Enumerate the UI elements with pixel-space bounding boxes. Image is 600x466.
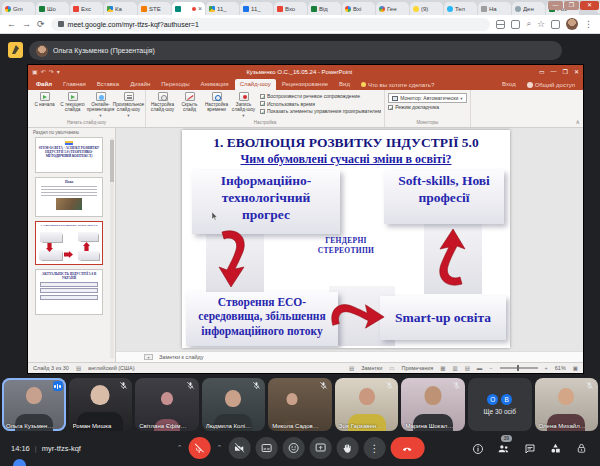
browser-tab[interactable]: Тел bbox=[444, 2, 477, 15]
browser-tab[interactable]: 11_ bbox=[240, 2, 273, 15]
participant-tile[interactable]: Роман Мишка bbox=[69, 378, 133, 431]
participant-tile[interactable]: Людмила Колі… bbox=[202, 378, 266, 431]
side-panel-icon[interactable] bbox=[551, 20, 560, 29]
ribbon-tab-insert[interactable]: Вставка bbox=[92, 79, 124, 90]
mic-mute-button[interactable] bbox=[189, 437, 211, 459]
share-button[interactable]: Общий доступ bbox=[522, 79, 580, 90]
participant-tile[interactable]: Ольга Кузьмен… bbox=[2, 378, 66, 431]
browser-tab[interactable]: Шо bbox=[36, 2, 69, 15]
camera-options-chevron-icon[interactable]: ⌃ bbox=[216, 444, 224, 452]
site-info-icon[interactable] bbox=[58, 21, 64, 27]
browser-tab[interactable]: Ден bbox=[512, 2, 545, 15]
ribbon-button[interactable]: Запись слайд-шоу▾ bbox=[230, 91, 257, 118]
tell-me-box[interactable]: Что вы хотите сделать? bbox=[356, 79, 439, 90]
slide-thumbnail-4[interactable]: АКТУАЛЬНІСТЬ ІНДУСТРІЇ 5.0 В УКРАЇНІ bbox=[35, 269, 103, 315]
slide-thumbnail-1[interactable]: STEM-ОСВІТА - АСПЕКТ РОЗВИТКУ ІНДУСТРІЇ … bbox=[35, 137, 103, 173]
raise-hand-button[interactable] bbox=[336, 437, 358, 459]
activities-button[interactable] bbox=[549, 442, 562, 455]
view-slideshow-icon[interactable]: ▬ bbox=[477, 365, 483, 371]
fit-slide-icon[interactable]: ▣ bbox=[573, 365, 578, 371]
yellow-note-icon[interactable] bbox=[8, 42, 23, 58]
participant-tile[interactable]: Олена Михайл… bbox=[535, 378, 599, 431]
status-language[interactable]: английский (США) bbox=[88, 365, 135, 371]
ribbon-tab-slideshow[interactable]: Слайд-шоу bbox=[235, 79, 276, 90]
browser-tab[interactable]: × bbox=[172, 2, 205, 15]
ribbon-tab-animations[interactable]: Анимация bbox=[195, 79, 233, 90]
ribbon-button[interactable]: Скрыть слайд bbox=[176, 91, 203, 118]
present-screen-button[interactable] bbox=[309, 437, 331, 459]
browser-menu-icon[interactable]: ⋮ bbox=[584, 20, 593, 29]
more-participants-tile[interactable]: ОВЩе 30 осіб bbox=[468, 378, 532, 431]
ribbon-button[interactable]: Онлайн-презентация▾ bbox=[87, 91, 114, 118]
participant-tile[interactable]: Марина Шокал… bbox=[401, 378, 465, 431]
zoom-slider[interactable] bbox=[500, 367, 538, 369]
status-comments-button[interactable]: Примечания bbox=[401, 365, 433, 371]
ribbon-button[interactable]: Произвольное слайд-шоу▾ bbox=[115, 91, 142, 118]
zoom-in-icon[interactable]: + bbox=[545, 365, 548, 371]
browser-tab[interactable]: (9) bbox=[410, 2, 443, 15]
browser-tab[interactable]: STE bbox=[138, 2, 171, 15]
browser-tab[interactable]: 11_ bbox=[206, 2, 239, 15]
tab-close-icon[interactable]: × bbox=[198, 5, 202, 12]
ribbon-display-icon[interactable]: ▭ bbox=[539, 68, 545, 75]
redo-icon[interactable]: ↷ bbox=[49, 68, 54, 75]
ribbon-button[interactable]: Настройка времени bbox=[203, 91, 230, 118]
browser-tab[interactable]: Ген bbox=[376, 2, 409, 15]
notes-pane[interactable]: ▾ Заметки к слайду bbox=[116, 351, 583, 362]
ribbon-tab-file[interactable]: Файл bbox=[31, 79, 57, 90]
ribbon-tab-review[interactable]: Рецензирование bbox=[277, 79, 333, 90]
address-bar[interactable]: meet.google.com/myr-tfzs-kqf?authuser=1 bbox=[51, 18, 491, 31]
browser-tab[interactable]: Gm bbox=[2, 2, 35, 15]
window-maximize-button[interactable]: ❐ bbox=[564, 1, 579, 10]
forward-icon[interactable]: → bbox=[22, 20, 31, 29]
captions-button[interactable] bbox=[255, 437, 277, 459]
spellcheck-icon[interactable]: ▤ bbox=[76, 365, 81, 371]
ribbon-tab-design[interactable]: Дизайн bbox=[125, 79, 155, 90]
presenter-pill[interactable]: Ольга Кузьменко (Презентація) bbox=[29, 41, 562, 60]
participant-tile[interactable]: Світлана Єфім… bbox=[135, 378, 199, 431]
ribbon-tab-transitions[interactable]: Переходы bbox=[156, 79, 194, 90]
ribbon-checkbox[interactable]: ✓Использовать время bbox=[260, 101, 381, 107]
participant-tile[interactable]: Микола Садов… bbox=[268, 378, 332, 431]
thumbnail-scrollbar[interactable] bbox=[110, 138, 114, 358]
qat-dropdown-icon[interactable]: ▾ bbox=[57, 68, 60, 75]
zoom-percent[interactable]: 61% bbox=[555, 365, 566, 371]
translate-icon[interactable] bbox=[511, 20, 520, 29]
slide-thumbnail-2[interactable]: План bbox=[35, 177, 103, 217]
sign-in-button[interactable]: Вход bbox=[497, 79, 521, 90]
pp-restore-button[interactable]: ❐ bbox=[563, 68, 568, 75]
browser-tab[interactable]: На bbox=[478, 2, 511, 15]
leave-call-button[interactable] bbox=[390, 437, 424, 459]
browser-tab[interactable]: Вхо bbox=[274, 2, 307, 15]
bookmark-star-icon[interactable]: ☆ bbox=[537, 20, 545, 29]
ribbon-button[interactable]: С текущего слайда bbox=[59, 91, 86, 113]
camera-off-button[interactable] bbox=[228, 437, 250, 459]
browser-tab[interactable]: Від bbox=[308, 2, 341, 15]
profile-avatar[interactable] bbox=[566, 18, 578, 30]
status-notes-button[interactable]: Заметки bbox=[361, 365, 382, 371]
pp-close-button[interactable]: ✕ bbox=[574, 68, 579, 75]
save-icon[interactable]: ▣ bbox=[32, 68, 38, 75]
slide-thumbnail-3-current[interactable]: 1. ЕВОЛЮЦІЯ РОЗВИТКУ ІНДУСТРІЇ 5.0 bbox=[35, 221, 103, 265]
undo-icon[interactable]: ↶ bbox=[41, 68, 46, 75]
browser-tab[interactable]: Вхі bbox=[342, 2, 375, 15]
zoom-out-icon[interactable]: − bbox=[489, 365, 492, 371]
ribbon-checkbox[interactable]: ✓Показать элементы управления проигрыват… bbox=[260, 108, 381, 114]
host-controls-button[interactable] bbox=[575, 442, 588, 455]
participants-button[interactable]: 39 bbox=[497, 442, 510, 455]
browser-tab[interactable]: Ка bbox=[104, 2, 137, 15]
ribbon-tab-view[interactable]: Вид bbox=[334, 79, 355, 90]
reload-icon[interactable]: ⟳ bbox=[37, 20, 45, 29]
view-sorter-icon[interactable]: ▥ bbox=[452, 365, 457, 371]
notes-splitter-icon[interactable]: ▾ bbox=[144, 354, 153, 360]
reactions-button[interactable] bbox=[282, 437, 304, 459]
ribbon-checkbox[interactable]: ✓Воспроизвести речевое сопровождение bbox=[260, 93, 381, 99]
monitor-dropdown[interactable]: Монитор: Автоматически ▾ bbox=[388, 93, 466, 103]
chat-button[interactable] bbox=[523, 442, 536, 455]
zoom-icon[interactable]: ⌕ bbox=[526, 20, 530, 28]
ribbon-button[interactable]: С начала bbox=[31, 91, 58, 107]
back-icon[interactable]: ← bbox=[7, 20, 16, 29]
ribbon-collapse-icon[interactable]: ∧ bbox=[576, 118, 580, 125]
mic-options-chevron-icon[interactable]: ⌃ bbox=[176, 444, 184, 452]
media-controls-icon[interactable] bbox=[496, 20, 505, 29]
